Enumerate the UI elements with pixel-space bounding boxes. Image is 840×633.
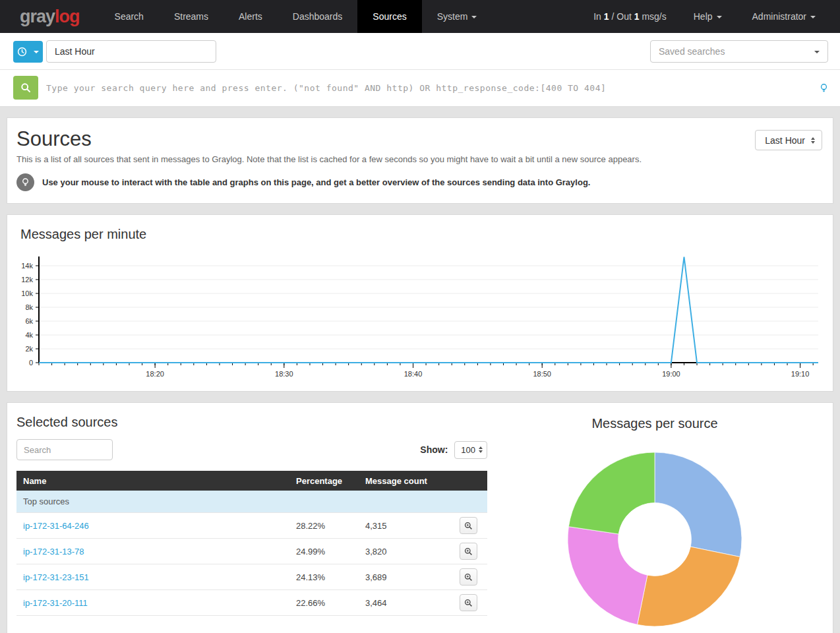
svg-text:18:30: 18:30 — [275, 370, 293, 378]
top-navbar: graylog Search Streams Alerts Dashboards… — [0, 0, 840, 33]
timerange-row: Saved searches — [0, 33, 840, 70]
page-title: Sources — [16, 127, 92, 151]
chevron-down-icon — [34, 51, 39, 53]
saved-searches-select[interactable]: Saved searches — [650, 40, 828, 63]
table-header: Name Percentage Message count — [16, 471, 487, 491]
nav-label: Administrator — [752, 11, 806, 22]
messages-per-minute-chart[interactable]: 02k4k6k8k10k12k14k18:2018:3018:4018:5019… — [20, 254, 821, 380]
timerange-button[interactable] — [13, 41, 43, 63]
timerange-input[interactable] — [46, 40, 216, 63]
logo-text-log: log — [55, 7, 80, 27]
time-range-value: Last Hour — [765, 135, 805, 146]
donut-segment[interactable] — [568, 527, 647, 625]
column-header-message-count: Message count — [365, 476, 460, 486]
nav-item-dashboards[interactable]: Dashboards — [278, 0, 358, 33]
table-row: ip-172-31-23-15124.13%3,689 — [16, 564, 487, 590]
nav-label: Alerts — [239, 11, 262, 22]
hint-text: Use your mouse to interact with the tabl… — [42, 177, 590, 187]
percentage-cell: 24.13% — [296, 572, 365, 582]
show-count-select[interactable]: 100 — [454, 441, 487, 459]
zoom-source-button[interactable] — [460, 568, 477, 586]
column-header-percentage: Percentage — [296, 476, 365, 486]
saved-searches-placeholder: Saved searches — [659, 46, 725, 57]
column-header-name: Name — [16, 476, 296, 486]
zoom-source-button[interactable] — [460, 517, 477, 534]
chevron-down-icon — [471, 16, 477, 18]
svg-text:6k: 6k — [25, 317, 33, 325]
nav-label: Search — [115, 11, 144, 22]
nav-item-alerts[interactable]: Alerts — [224, 0, 278, 33]
svg-text:19:00: 19:00 — [662, 370, 680, 378]
chevron-down-icon — [814, 51, 820, 53]
group-row-top-sources: Top sources — [16, 491, 487, 513]
source-link[interactable]: ip-172-31-13-78 — [23, 547, 84, 557]
percentage-cell: 24.99% — [296, 547, 365, 557]
throughput-in-value: 1 — [604, 11, 609, 22]
table-row: ip-172-31-64-24628.22%4,315 — [16, 513, 487, 539]
nav-label: Help — [694, 11, 713, 22]
chevron-down-icon — [810, 16, 816, 18]
nav-label: System — [437, 11, 468, 22]
messages-per-source-column: Messages per source — [487, 415, 822, 632]
svg-text:8k: 8k — [25, 303, 33, 311]
search-button[interactable] — [13, 76, 38, 100]
source-link[interactable]: ip-172-31-23-151 — [23, 572, 89, 582]
throughput-indicator[interactable]: In 1 / Out 1 msg/s — [582, 0, 678, 33]
query-row — [0, 70, 840, 106]
user-menu[interactable]: Administrator — [737, 0, 831, 33]
nav-item-streams[interactable]: Streams — [159, 0, 224, 33]
source-search-input[interactable] — [16, 439, 113, 460]
zoom-in-icon — [464, 522, 473, 530]
svg-text:18:50: 18:50 — [533, 370, 551, 378]
page-description: This is a list of all sources that sent … — [16, 154, 822, 164]
search-query-input[interactable] — [45, 82, 810, 94]
zoom-in-icon — [464, 599, 473, 607]
message-count-cell: 4,315 — [365, 521, 460, 531]
logo-text-gray: gray — [20, 7, 55, 27]
help-menu[interactable]: Help — [678, 0, 737, 33]
nav-item-system[interactable]: System — [422, 0, 493, 33]
donut-segment[interactable] — [568, 452, 655, 534]
svg-text:18:20: 18:20 — [146, 370, 164, 378]
throughput-text: msg/s — [640, 11, 667, 22]
table-row: ip-172-31-20-11122.66%3,464 — [16, 590, 487, 616]
messages-per-minute-panel: Messages per minute 02k4k6k8k10k12k14k18… — [7, 214, 833, 392]
graylog-logo[interactable]: graylog — [0, 0, 100, 33]
donut-segment[interactable] — [638, 547, 740, 626]
zoom-in-icon — [464, 573, 473, 582]
clock-icon — [17, 47, 27, 57]
svg-text:4k: 4k — [25, 331, 33, 339]
throughput-text: / Out — [609, 11, 634, 22]
time-range-select[interactable]: Last Hour — [755, 130, 822, 150]
svg-text:18:40: 18:40 — [404, 370, 423, 378]
show-label: Show: — [420, 444, 448, 455]
select-arrows-icon — [811, 137, 815, 144]
source-link[interactable]: ip-172-31-64-246 — [23, 521, 89, 531]
donut-segment[interactable] — [655, 452, 742, 557]
chevron-down-icon — [717, 16, 722, 18]
selected-sources-title: Selected sources — [16, 415, 487, 430]
nav-item-sources[interactable]: Sources — [357, 0, 421, 33]
search-bar-section: Saved searches — [0, 33, 840, 107]
nav-right: In 1 / Out 1 msg/s Help Administrator — [582, 0, 840, 33]
table-body: ip-172-31-64-24628.22%4,315ip-172-31-13-… — [16, 513, 487, 616]
zoom-source-button[interactable] — [460, 543, 477, 560]
svg-text:19:10: 19:10 — [791, 370, 810, 378]
chart-title: Messages per minute — [20, 227, 820, 242]
source-link[interactable]: ip-172-31-20-111 — [23, 598, 88, 608]
main-nav: Search Streams Alerts Dashboards Sources… — [100, 0, 493, 33]
donut-chart-title: Messages per source — [591, 416, 717, 431]
zoom-source-button[interactable] — [460, 594, 477, 611]
svg-text:12k: 12k — [21, 276, 33, 284]
usage-hint: Use your mouse to interact with the tabl… — [16, 173, 822, 191]
messages-per-source-donut-chart[interactable] — [562, 447, 747, 632]
lightbulb-icon — [16, 173, 34, 191]
nav-item-search[interactable]: Search — [100, 0, 159, 33]
svg-text:10k: 10k — [21, 289, 33, 297]
sources-header-panel: Sources Last Hour This is a list of all … — [7, 117, 833, 204]
svg-text:0: 0 — [29, 359, 33, 367]
message-count-cell: 3,464 — [365, 598, 460, 608]
query-docs-lightbulb-icon[interactable] — [820, 83, 828, 93]
table-controls: Show: 100 — [16, 439, 487, 460]
svg-text:14k: 14k — [21, 262, 33, 270]
